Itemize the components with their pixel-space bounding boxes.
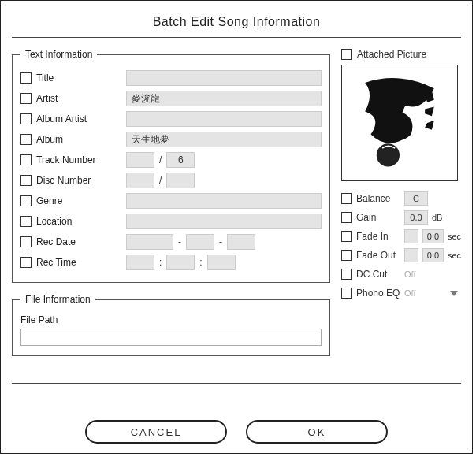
checkbox-rec-date[interactable] [20,236,32,247]
input-rectime-s[interactable] [207,255,236,270]
date-sep-2: - [219,236,222,247]
row-album-artist: Album Artist [20,109,322,129]
footer-divider [12,383,461,384]
checkbox-track-number[interactable] [20,154,32,165]
cancel-button[interactable]: CANCEL [85,420,227,444]
disc-sep: / [159,175,162,186]
unit-gain: dB [432,213,442,222]
label-fade-out: Fade Out [356,250,400,261]
unit-fade-in: sec [448,232,461,241]
unit-fade-out: sec [448,251,461,260]
ok-button[interactable]: OK [246,420,388,444]
value-fade-out[interactable]: 0.0 [422,248,444,262]
audio-params: Balance C Gain 0.0 dB Fade In 0.0 sec [341,189,461,303]
checkbox-disc-number[interactable] [20,175,32,186]
label-track-number: Track Number [36,154,121,165]
label-album-artist: Album Artist [36,113,121,124]
label-artist: Artist [36,93,121,104]
row-fade-in: Fade In 0.0 sec [341,227,461,246]
toggle-fade-out[interactable] [404,248,418,262]
input-rectime-h[interactable] [126,255,154,270]
label-file-path: File Path [20,314,322,325]
label-attached-picture: Attached Picture [357,49,426,60]
checkbox-fade-out[interactable] [341,250,352,261]
checkbox-balance[interactable] [341,193,352,204]
checkbox-location[interactable] [20,216,32,227]
value-fade-in[interactable]: 0.0 [422,229,444,243]
input-file-path[interactable] [20,329,322,346]
row-attached-picture: Attached Picture [341,49,461,60]
dialog-footer: CANCEL OK [1,420,472,444]
input-track-a[interactable] [126,152,154,168]
checkbox-gain[interactable] [341,212,352,223]
input-title[interactable] [126,70,322,86]
left-column: Text Information Title Artist 麥浚龍 Album … [12,49,330,375]
input-location[interactable] [126,214,322,229]
checkbox-dc-cut[interactable] [341,269,352,280]
batch-edit-dialog: Batch Edit Song Information Text Informa… [0,0,473,454]
input-recdate-y[interactable] [126,234,173,250]
row-dc-cut: DC Cut Off [341,265,461,284]
input-artist[interactable]: 麥浚龍 [126,91,322,106]
checkbox-attached-picture[interactable] [341,49,352,60]
text-information-group: Text Information Title Artist 麥浚龍 Album … [12,49,330,283]
checkbox-album-artist[interactable] [20,113,32,124]
value-phono-eq: Off [404,288,415,298]
label-genre: Genre [36,195,121,206]
checkbox-album[interactable] [20,134,32,145]
chevron-down-icon[interactable] [450,291,458,296]
checkbox-title[interactable] [20,72,32,84]
dialog-body: Text Information Title Artist 麥浚龍 Album … [1,38,472,383]
row-album: Album 天生地夢 [20,129,322,150]
row-balance: Balance C [341,189,461,208]
value-gain[interactable]: 0.0 [404,210,428,225]
checkbox-rec-time[interactable] [20,257,32,268]
track-sep: / [159,154,162,165]
row-title: Title [20,68,322,88]
checkbox-artist[interactable] [20,93,32,104]
label-location: Location [36,216,121,227]
label-phono-eq: Phono EQ [356,288,400,299]
input-disc-a[interactable] [126,173,154,188]
checkbox-phono-eq[interactable] [341,288,352,299]
toggle-fade-in[interactable] [404,229,418,243]
right-column: Attached Picture Balance C [341,49,461,375]
value-dc-cut: Off [404,269,415,279]
row-track-number: Track Number / 6 [20,150,322,170]
row-phono-eq: Phono EQ Off [341,284,461,303]
album-art[interactable] [341,65,458,181]
input-recdate-d[interactable] [227,234,255,250]
label-rec-time: Rec Time [36,257,121,268]
text-information-legend: Text Information [20,49,97,60]
input-genre[interactable] [126,193,322,209]
row-rec-date: Rec Date - - [20,232,322,252]
label-title: Title [36,72,121,84]
input-album[interactable]: 天生地夢 [126,132,322,147]
value-balance[interactable]: C [404,191,428,206]
row-rec-time: Rec Time : : [20,252,322,273]
input-album-artist[interactable] [126,111,322,127]
checkbox-genre[interactable] [20,195,32,206]
input-disc-b[interactable] [166,173,195,188]
row-disc-number: Disc Number / [20,170,322,191]
row-artist: Artist 麥浚龍 [20,88,322,109]
row-location: Location [20,211,322,232]
row-genre: Genre [20,191,322,211]
input-track-b[interactable]: 6 [166,152,195,168]
svg-point-1 [377,143,400,166]
label-disc-number: Disc Number [36,175,121,186]
time-sep-2: : [199,257,202,268]
album-art-image [342,65,457,180]
row-fade-out: Fade Out 0.0 sec [341,246,461,265]
date-sep-1: - [178,236,181,247]
input-recdate-m[interactable] [186,234,214,250]
checkbox-fade-in[interactable] [341,231,352,242]
input-rectime-m[interactable] [166,255,195,270]
label-gain: Gain [356,212,400,223]
file-information-group: File Information File Path [12,294,330,356]
label-album: Album [36,134,121,145]
row-gain: Gain 0.0 dB [341,208,461,227]
file-information-legend: File Information [20,294,95,305]
time-sep-1: : [159,257,162,268]
label-fade-in: Fade In [356,231,400,242]
